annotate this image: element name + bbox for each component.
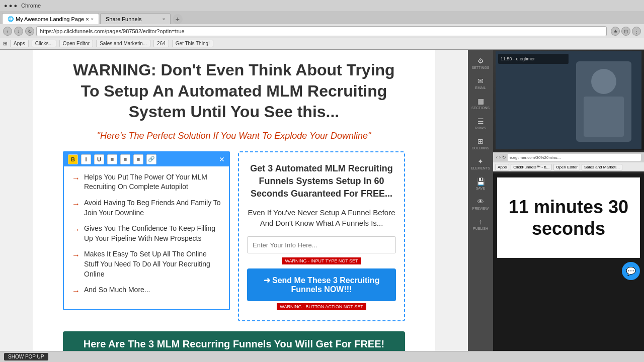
browser-name: ● ● ● (4, 3, 17, 9)
right-wrapper: ⚙ SETTINGS ✉ EMAIL ▦ SECTIONS ☰ ROWS ⊞ C… (468, 50, 644, 351)
editor-area: WARNING: Don't Even Think About Trying T… (0, 50, 468, 351)
elements-icon: ✦ (477, 157, 484, 165)
active-tab[interactable]: 🌐 My Awesome Landing Page × × (2, 13, 99, 24)
bottom-section: Here Are The 3 MLM Recurring Funnels You… (63, 331, 405, 351)
two-column-layout: B I U ≡ ≡ ≡ 🔗 ✕ → (63, 151, 405, 322)
page-content: WARNING: Don't Even Think About Trying T… (33, 50, 435, 351)
show-popup-button[interactable]: SHOW POP UP (4, 353, 48, 360)
align-right-button[interactable]: ≡ (133, 154, 143, 164)
back-button[interactable]: ‹ (3, 27, 12, 36)
toolbar-close[interactable]: ✕ (219, 155, 225, 163)
rows-label: ROWS (475, 126, 486, 130)
tab-close[interactable]: × (91, 17, 94, 22)
tab-label: My Awesome Landing Page × (16, 16, 89, 22)
inactive-tab[interactable]: Share Funnels × (100, 13, 171, 24)
sidebar-icon-preview[interactable]: 👁 PREVIEW (469, 195, 492, 213)
address-bar-row: ‹ › ↻ https://pp.clickfunnels.com/pages/… (0, 24, 644, 38)
new-tab-button[interactable]: + (173, 14, 183, 24)
bullet-text-1: Helps You Put The Power Of Your MLM Recr… (84, 172, 221, 192)
mini-sales[interactable]: Sales and Marketi... (582, 164, 622, 170)
tab-bar: 🌐 My Awesome Landing Page × × Share Funn… (0, 11, 644, 24)
chat-button[interactable]: 💬 (622, 262, 640, 280)
save-icon: 💾 (476, 177, 485, 186)
main-area: WARNING: Don't Even Think About Trying T… (0, 50, 644, 351)
apps-icon: ⊞ (3, 41, 7, 46)
gear-icon: ⚙ (477, 57, 484, 65)
sidebar-icon-email[interactable]: ✉ EMAIL (469, 74, 492, 92)
extensions[interactable]: ⊡ (621, 27, 630, 36)
sidebar-icon-settings[interactable]: ⚙ SETTINGS (469, 54, 492, 72)
email-label: EMAIL (475, 86, 486, 89)
bullet-item-1: → Helps You Put The Power Of Your MLM Re… (72, 172, 221, 192)
sidebar-icon-elements[interactable]: ✦ ELEMENTS (469, 154, 492, 172)
url-text: https://pp.clickfunnels.com/pages/987582… (40, 28, 185, 34)
italic-button[interactable]: I (81, 154, 91, 164)
sidebar-icon-rows[interactable]: ☰ ROWS (469, 114, 492, 132)
tab-close-2[interactable]: × (163, 17, 165, 22)
mini-open-editor[interactable]: Open Editor (553, 164, 580, 170)
bookmark-clicks[interactable]: Clicks... (32, 40, 56, 47)
bullet-text-5: And So Much More... (84, 285, 150, 295)
bookmark-get-this[interactable]: Get This Thing! (172, 40, 213, 47)
address-bar[interactable]: https://pp.clickfunnels.com/pages/987582… (36, 26, 607, 36)
title-bar: ● ● ● Chrome (0, 0, 644, 11)
bullet-arrow-5: → (72, 286, 80, 297)
editor-toolbar: B I U ≡ ≡ ≡ 🔗 ✕ (64, 152, 229, 166)
sections-label: SECTIONS (471, 106, 490, 110)
link-button[interactable]: 🔗 (146, 154, 156, 164)
video-container: 11:50 - e.egtimer ‹ › ↻ e.egtimer.com/30… (493, 50, 644, 351)
bullet-text-3: Gives You The Confidence To Keep Filling… (84, 224, 221, 243)
bullet-arrow-4: → (72, 250, 80, 261)
mini-back[interactable]: ‹ (496, 155, 498, 160)
left-column: B I U ≡ ≡ ≡ 🔗 ✕ → (63, 151, 230, 322)
browser-chrome: ● ● ● Chrome 🌐 My Awesome Landing Page ×… (0, 0, 644, 50)
forward-button[interactable]: › (14, 27, 23, 36)
mini-address-bar[interactable]: e.egtimer.com/30%20minu... (508, 154, 641, 161)
underline-button[interactable]: U (94, 154, 104, 164)
mini-apps[interactable]: Apps (495, 164, 509, 170)
sidebar-icon-sections[interactable]: ▦ SECTIONS (469, 94, 492, 112)
align-left-button[interactable]: ≡ (107, 154, 117, 164)
bullet-item-2: → Avoid Having To Beg Friends And Family… (72, 198, 221, 218)
cta-button[interactable]: ➜ Send Me These 3 Recruiting Funnels NOW… (247, 268, 396, 301)
bookmark-star[interactable]: ★ (611, 27, 620, 36)
input-warning: WARNING - INPUT TYPE NOT SET (282, 257, 361, 264)
align-center-button[interactable]: ≡ (120, 154, 130, 164)
sidebar-icon-save[interactable]: 💾 SAVE (469, 174, 492, 193)
bookmark-264[interactable]: 264 (153, 40, 169, 47)
bold-button[interactable]: B (68, 154, 78, 164)
timer-panel: 11 minutes 30 seconds (497, 177, 640, 258)
svg-rect-3 (584, 97, 624, 137)
refresh-button[interactable]: ↻ (25, 27, 34, 36)
preview-icon: 👁 (477, 198, 484, 206)
mini-clickfunnels[interactable]: ClickFunnels™ - b... (511, 164, 552, 170)
bookmark-open-editor[interactable]: Open Editor (59, 40, 93, 47)
optin-input[interactable] (247, 236, 396, 253)
chat-icon: 💬 (626, 266, 636, 276)
bottom-headline: Here Are The 3 MLM Recurring Funnels You… (73, 338, 395, 350)
rows-icon: ☰ (477, 117, 484, 125)
menu-button[interactable]: ⋮ (632, 27, 641, 36)
sections-icon: ▦ (477, 97, 484, 105)
columns-icon: ⊞ (477, 137, 484, 145)
bullet-text-4: Makes It Easy To Set Up All The Online S… (84, 249, 221, 279)
bookmark-apps[interactable]: Apps (10, 40, 29, 47)
mini-bookmarks: Apps ClickFunnels™ - b... Open Editor Sa… (493, 162, 644, 171)
mini-refresh[interactable]: ↻ (502, 155, 506, 160)
publish-label: PUBLISH (473, 227, 488, 230)
svg-point-2 (591, 69, 616, 94)
email-icon: ✉ (477, 77, 484, 85)
bullet-item-4: → Makes It Easy To Set Up All The Online… (72, 249, 221, 279)
mini-forward[interactable]: › (499, 155, 501, 160)
offer-subtext: Even If You've Never Setup A Funnel Befo… (247, 207, 396, 228)
timer-display: 11 minutes 30 seconds (507, 196, 630, 239)
sidebar-icon-columns[interactable]: ⊞ COLUMNS (469, 134, 492, 152)
bullet-arrow-3: → (72, 224, 80, 235)
button-warning: WARNING - BUTTON ACTION NOT SET (277, 303, 366, 310)
right-column: Get 3 Automated MLM Recruiting Funnels S… (238, 151, 405, 322)
bookmark-sales[interactable]: Sales and Marketin... (96, 40, 150, 47)
video-frame: 11:50 - e.egtimer (496, 51, 641, 149)
sidebar-icon-publish[interactable]: ↑ PUBLISH (469, 215, 492, 233)
bookmarks-bar: ⊞ Apps Clicks... Open Editor Sales and M… (0, 38, 644, 49)
bullet-arrow-1: → (72, 173, 80, 184)
